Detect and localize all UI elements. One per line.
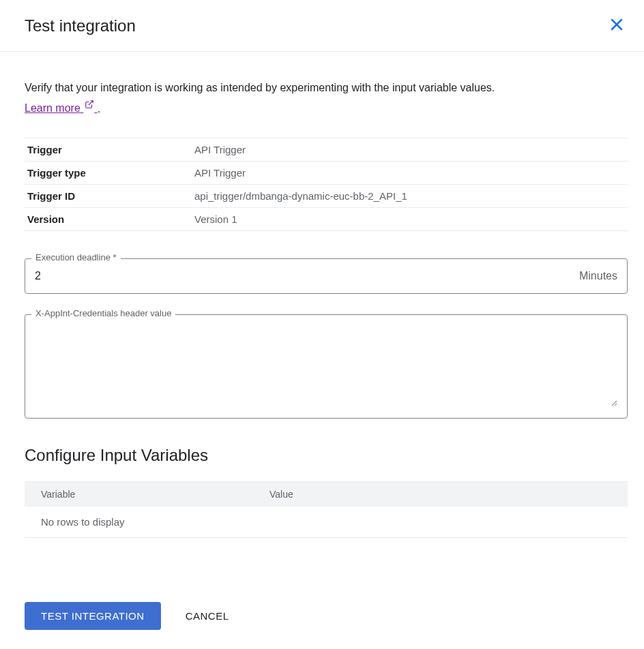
credentials-header-label: X-AppInt-Credentials header value bbox=[31, 308, 175, 318]
info-value: api_trigger/dmbanga-dynamic-euc-bb-2_API… bbox=[194, 190, 625, 202]
table-empty-message: No rows to display bbox=[25, 507, 628, 538]
info-label: Trigger ID bbox=[27, 190, 194, 202]
svg-line-2 bbox=[89, 100, 93, 104]
execution-deadline-input[interactable] bbox=[35, 259, 579, 293]
input-variables-table: Variable Value No rows to display bbox=[25, 481, 628, 538]
column-header-value: Value bbox=[269, 489, 611, 500]
info-label: Trigger type bbox=[27, 167, 194, 179]
execution-deadline-field: Execution deadline * Minutes bbox=[25, 258, 628, 294]
external-link-icon bbox=[85, 97, 94, 115]
info-label: Version bbox=[27, 213, 194, 225]
close-button[interactable] bbox=[606, 14, 628, 37]
learn-more-link[interactable]: Learn more bbox=[25, 102, 98, 114]
execution-deadline-input-wrap: Minutes bbox=[25, 258, 628, 294]
info-row-trigger: Trigger API Trigger bbox=[25, 138, 628, 162]
info-table: Trigger API Trigger Trigger type API Tri… bbox=[25, 138, 628, 231]
credentials-header-input[interactable] bbox=[35, 324, 617, 406]
test-integration-dialog: Test integration Verify that your integr… bbox=[0, 0, 644, 649]
configure-input-variables-title: Configure Input Variables bbox=[25, 446, 628, 465]
intro-text-after: . bbox=[98, 102, 100, 114]
execution-deadline-label: Execution deadline * bbox=[31, 252, 121, 262]
info-label: Trigger bbox=[27, 144, 194, 155]
dialog-header: Test integration bbox=[0, 0, 644, 52]
cancel-button[interactable]: CANCEL bbox=[186, 610, 229, 622]
dialog-footer: TEST INTEGRATION CANCEL bbox=[0, 554, 644, 646]
info-value: Version 1 bbox=[194, 213, 625, 225]
intro-text-before: Verify that your integration is working … bbox=[25, 82, 495, 93]
learn-more-label: Learn more bbox=[25, 102, 80, 114]
intro-text: Verify that your integration is working … bbox=[25, 79, 516, 117]
test-integration-button[interactable]: TEST INTEGRATION bbox=[25, 602, 161, 630]
close-icon bbox=[609, 16, 625, 35]
dialog-title: Test integration bbox=[25, 16, 136, 35]
dialog-content: Verify that your integration is working … bbox=[0, 52, 644, 554]
info-value: API Trigger bbox=[194, 144, 625, 155]
credentials-header-field: X-AppInt-Credentials header value bbox=[25, 314, 628, 419]
table-header: Variable Value bbox=[25, 482, 628, 507]
info-row-version: Version Version 1 bbox=[25, 208, 628, 231]
execution-deadline-suffix: Minutes bbox=[579, 270, 617, 282]
info-value: API Trigger bbox=[194, 167, 625, 179]
info-row-trigger-type: Trigger type API Trigger bbox=[25, 162, 628, 185]
credentials-header-wrap bbox=[25, 314, 628, 419]
info-row-trigger-id: Trigger ID api_trigger/dmbanga-dynamic-e… bbox=[25, 185, 628, 208]
column-header-variable: Variable bbox=[41, 489, 269, 500]
